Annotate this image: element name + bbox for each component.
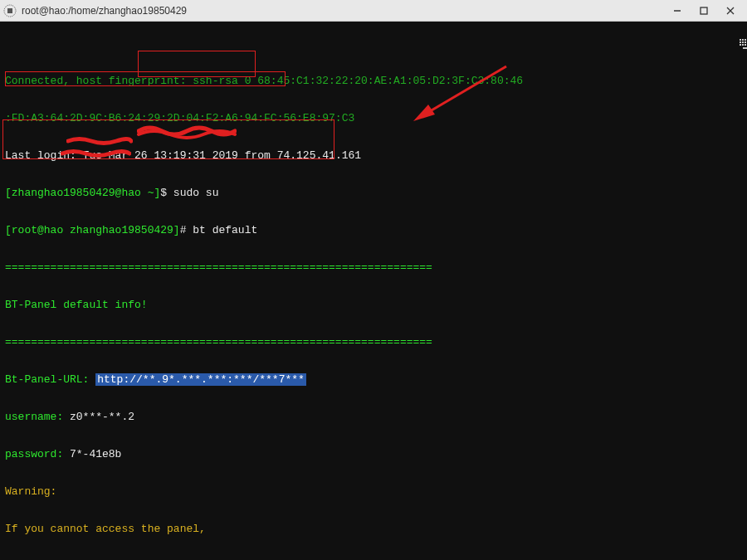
annotation-scribble-url <box>137 123 237 139</box>
warning-label: Warning: <box>5 485 742 498</box>
separator-mid: ========================================… <box>5 336 742 348</box>
separator-top: ========================================… <box>5 261 742 274</box>
svg-rect-8 <box>745 39 746 41</box>
ssh-fingerprint-line-1: Connected, host fingerprint: ssh-rsa 0 6… <box>5 75 742 87</box>
close-button[interactable] <box>717 0 744 22</box>
svg-rect-6 <box>740 39 741 41</box>
minimize-button[interactable] <box>664 0 691 22</box>
panel-password-line: password: 7*-41e8b <box>5 448 742 460</box>
terminal-toolbar <box>701 27 739 38</box>
app-icon <box>3 4 17 17</box>
annotation-box-sudo <box>138 51 256 77</box>
prompt-root-bt-default: [root@hao zhanghao19850429]# bt default <box>5 224 742 236</box>
warning-line-1: If you cannot access the panel, <box>5 523 742 535</box>
panel-url-line: Bt-Panel-URL: http://**.9*.***.***:***/*… <box>5 373 742 386</box>
svg-rect-7 <box>742 39 744 41</box>
window-title: root@hao:/home/zhanghao19850429 <box>22 5 664 17</box>
keyboard-icon[interactable] <box>701 27 715 38</box>
gear-icon[interactable] <box>724 27 739 38</box>
panel-info-title: BT-Panel default info! <box>5 299 742 311</box>
svg-rect-1 <box>7 8 12 13</box>
panel-username-line: username: z0***-**.2 <box>5 411 742 423</box>
last-login-line: Last login: Tue Mar 26 13:19:31 2019 fro… <box>5 149 742 162</box>
window-titlebar: root@hao:/home/zhanghao19850429 <box>0 0 747 22</box>
prompt-user-line: [zhanghao19850429@hao ~]$ sudo su <box>5 187 742 199</box>
terminal-viewport[interactable]: Connected, host fingerprint: ssh-rsa 0 6… <box>0 22 747 560</box>
svg-rect-3 <box>701 7 707 14</box>
annotation-scribble-username <box>66 135 133 147</box>
maximize-button[interactable] <box>691 0 717 22</box>
svg-line-25 <box>422 66 506 116</box>
ssh-fingerprint-line-2: :FD:A3:64:2D:9C:B6:24:29:2D:04:F2:A6:94:… <box>5 112 742 124</box>
window-controls <box>664 0 744 21</box>
